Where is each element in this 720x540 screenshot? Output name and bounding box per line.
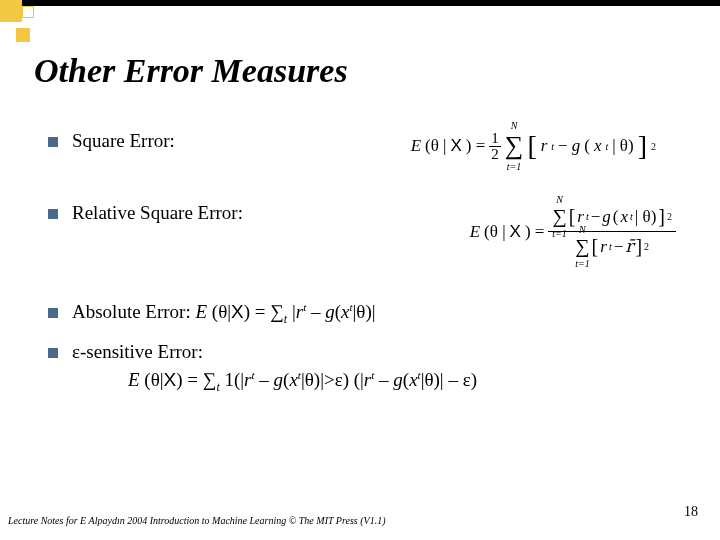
bullet-icon bbox=[48, 137, 58, 147]
decorative-square-icon bbox=[22, 6, 34, 18]
item-label-epsilon-error: ε-sensitive Error: bbox=[72, 341, 203, 363]
list-item: ε-sensitive Error: bbox=[48, 341, 696, 363]
item-label-absolute-error: Absolute Error: E (θ|X) = ∑t |rt – g(xt|… bbox=[72, 301, 376, 327]
decorative-square-icon bbox=[16, 28, 30, 42]
decorative-square-icon bbox=[0, 0, 22, 22]
page-number: 18 bbox=[684, 504, 698, 520]
footer-text: Lecture Notes for E Alpaydın 2004 Introd… bbox=[8, 515, 385, 526]
page-title: Other Error Measures bbox=[34, 52, 348, 90]
item-label-relative-square-error: Relative Square Error: bbox=[72, 202, 243, 224]
formula-square-error: E(θ | X) = 12 ∑Nt=1 [rt − g(xt | θ)]2 bbox=[411, 130, 656, 162]
list-item: Square Error: E(θ | X) = 12 ∑Nt=1 [rt − … bbox=[48, 130, 696, 162]
top-border bbox=[0, 0, 720, 6]
absolute-error-prefix: Absolute Error: bbox=[72, 301, 195, 322]
formula-relative-square-error: E (θ | X) = ∑Nt=1 [rt − g(xt | θ)]2 ∑Nt=… bbox=[470, 202, 676, 261]
list-item: Relative Square Error: E (θ | X) = ∑Nt=1… bbox=[48, 202, 696, 261]
bullet-icon bbox=[48, 209, 58, 219]
list-item: Absolute Error: E (θ|X) = ∑t |rt – g(xt|… bbox=[48, 301, 696, 327]
content-area: Square Error: E(θ | X) = 12 ∑Nt=1 [rt − … bbox=[48, 130, 696, 395]
bullet-icon bbox=[48, 308, 58, 318]
formula-epsilon-error: E (θ|X) = ∑t 1(|rt – g(xt|θ)|>ε) (|rt – … bbox=[128, 369, 696, 395]
bullet-icon bbox=[48, 348, 58, 358]
item-label-square-error: Square Error: bbox=[72, 130, 175, 152]
